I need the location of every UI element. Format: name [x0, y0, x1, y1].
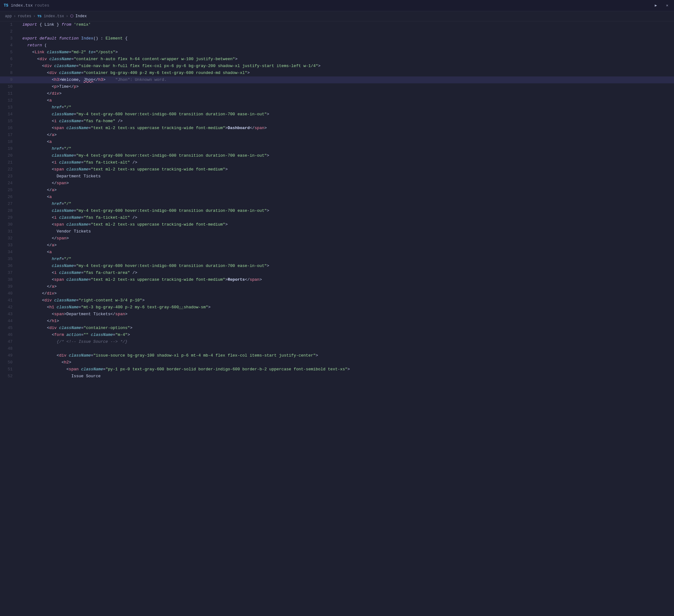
code-line: 12 <a [0, 97, 674, 104]
breadcrumb: app › routes › TS index.tsx › ⬡ Index [0, 11, 674, 21]
code-line: 38 <span className="text ml-2 text-xs up… [0, 276, 674, 283]
code-line: 33 </a> [0, 242, 674, 249]
title-bar-right: ▶ ✕ [653, 2, 670, 9]
code-line: 46 <form action="" className="m-4"> [0, 331, 674, 338]
code-line: 50 <h2> [0, 359, 674, 366]
file-context: routes [35, 2, 49, 9]
code-line-highlighted: 9 <h3>Welcome, Jhon</h3> "Jhon": Unknown… [0, 77, 674, 83]
code-line: 15 <i className="fas fa-home" /> [0, 118, 674, 125]
editor-container: 1 import { Link } from 'remix' 2 3 expor… [0, 21, 674, 380]
code-line: 2 [0, 28, 674, 35]
code-line: 22 <span className="text ml-2 text-xs up… [0, 166, 674, 173]
code-area[interactable]: 1 import { Link } from 'remix' 2 3 expor… [0, 21, 674, 380]
code-line: 8 <div className="container bg-gray-400 … [0, 70, 674, 77]
code-line: 20 className="my-4 text-gray-600 hover:t… [0, 152, 674, 159]
code-line: 34 <a [0, 249, 674, 256]
code-line: 32 </span> [0, 235, 674, 242]
code-line: 26 <a [0, 194, 674, 201]
ts-icon: TS [4, 3, 8, 8]
code-line: 44 </h1> [0, 318, 674, 325]
code-line: 36 className="my-4 text-gray-600 hover:t… [0, 263, 674, 270]
code-line: 4 return ( [0, 42, 674, 49]
code-line: 16 <span className="text ml-2 text-xs up… [0, 125, 674, 132]
code-line: 17 </a> [0, 132, 674, 138]
title-bar-left: TS index.tsx routes [4, 2, 49, 9]
editor-window: TS index.tsx routes ▶ ✕ app › routes › T… [0, 0, 674, 380]
code-line: 23 Department Tickets [0, 173, 674, 180]
code-line: 41 <div className="right-content w-3/4 p… [0, 297, 674, 304]
close-button[interactable]: ✕ [664, 2, 670, 9]
code-line: 13 href="/" [0, 104, 674, 111]
code-line: 35 href="/" [0, 256, 674, 263]
code-line: 45 <div className="container-options"> [0, 325, 674, 331]
code-line: 37 <i className="fas fa-chart-area" /> [0, 270, 674, 276]
code-line: 25 </a> [0, 187, 674, 194]
code-line: 11 </div> [0, 90, 674, 97]
code-line: 14 className="my-4 text-gray-600 hover:t… [0, 111, 674, 118]
code-line: 27 href="/" [0, 201, 674, 207]
code-line: 19 href="/" [0, 145, 674, 152]
code-line: 51 <span className="py-1 px-0 text-gray-… [0, 366, 674, 373]
code-line: 30 <span className="text ml-2 text-xs up… [0, 221, 674, 228]
code-line: 29 <i className="fas fa-ticket-alt" /> [0, 214, 674, 221]
code-line: 21 <i className="fas fa-ticket-alt" /> [0, 159, 674, 166]
code-line: 1 import { Link } from 'remix' [0, 21, 674, 28]
breadcrumb-app[interactable]: app [5, 13, 12, 19]
code-line: 49 <div className="issue-source bg-gray-… [0, 352, 674, 359]
breadcrumb-routes[interactable]: routes [18, 13, 31, 19]
run-button[interactable]: ▶ [653, 2, 659, 9]
code-line: 18 <a [0, 138, 674, 145]
code-line: 31 Vendor Tickets [0, 228, 674, 235]
code-line: 10 <p>Time</p> [0, 83, 674, 90]
code-line: 3 export default function Index() : Elem… [0, 35, 674, 42]
title-bar-title: index.tsx routes [11, 2, 49, 9]
title-bar: TS index.tsx routes ▶ ✕ [0, 0, 674, 11]
code-line: 7 <div className="side-nav-bar h-full fl… [0, 63, 674, 70]
breadcrumb-file[interactable]: TS index.tsx [37, 13, 64, 19]
code-line: 28 className="my-4 text-gray-600 hover:t… [0, 207, 674, 214]
code-line: 6 <div className="container h-auto flex … [0, 56, 674, 63]
code-line: 52 Issue Source [0, 373, 674, 380]
code-line: 43 <span>Department Tickets</span> [0, 311, 674, 318]
code-line: 39 </a> [0, 283, 674, 290]
code-line: 40 </div> [0, 290, 674, 297]
file-name: index.tsx [11, 2, 32, 9]
code-line: 24 </span> [0, 180, 674, 187]
code-line: 47 {/* <!-- Issue Source --> */} [0, 338, 674, 345]
code-line: 42 <h1 className="mt-3 bg-gray-400 p-2 m… [0, 304, 674, 311]
breadcrumb-symbol[interactable]: ⬡ Index [70, 13, 87, 19]
code-line: 5 <Link className="md-2" to="/posts"> [0, 49, 674, 56]
code-line: 48 [0, 345, 674, 352]
